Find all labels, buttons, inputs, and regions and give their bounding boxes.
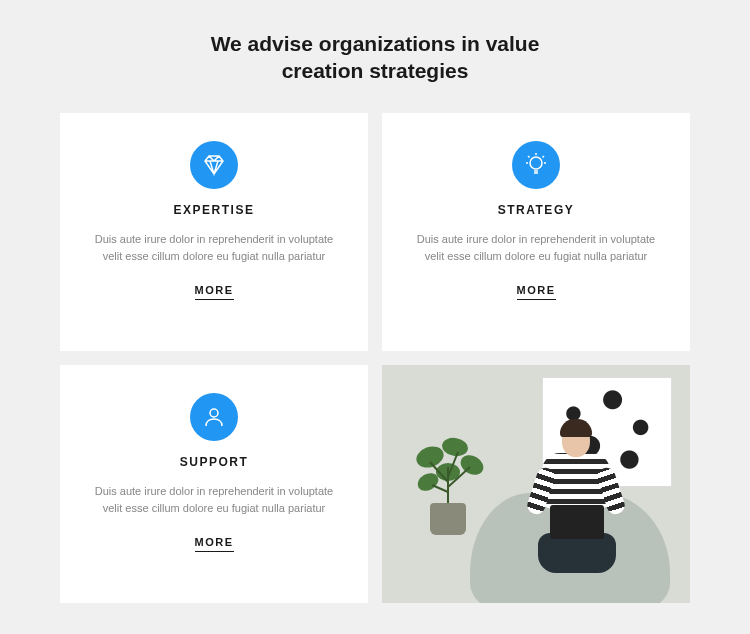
more-link[interactable]: MORE xyxy=(195,284,234,300)
svg-point-0 xyxy=(530,157,542,169)
more-link[interactable]: MORE xyxy=(195,536,234,552)
more-link[interactable]: MORE xyxy=(517,284,556,300)
person-with-laptop xyxy=(520,423,630,573)
cards-grid: EXPERTISE Duis aute irure dolor in repre… xyxy=(60,113,690,603)
page-heading: We advise organizations in value creatio… xyxy=(175,30,575,85)
diamond-icon xyxy=(190,141,238,189)
card-support: SUPPORT Duis aute irure dolor in reprehe… xyxy=(60,365,368,603)
card-description: Duis aute irure dolor in reprehenderit i… xyxy=(94,483,334,518)
card-title: STRATEGY xyxy=(498,203,574,217)
card-description: Duis aute irure dolor in reprehenderit i… xyxy=(416,231,656,266)
person-icon xyxy=(190,393,238,441)
svg-point-3 xyxy=(441,437,470,458)
lifestyle-image xyxy=(382,365,690,603)
card-expertise: EXPERTISE Duis aute irure dolor in repre… xyxy=(60,113,368,351)
card-strategy: STRATEGY Duis aute irure dolor in repreh… xyxy=(382,113,690,351)
svg-point-1 xyxy=(210,409,218,417)
lightbulb-icon xyxy=(512,141,560,189)
card-title: EXPERTISE xyxy=(174,203,255,217)
plant xyxy=(410,435,490,535)
card-title: SUPPORT xyxy=(180,455,249,469)
card-description: Duis aute irure dolor in reprehenderit i… xyxy=(94,231,334,266)
